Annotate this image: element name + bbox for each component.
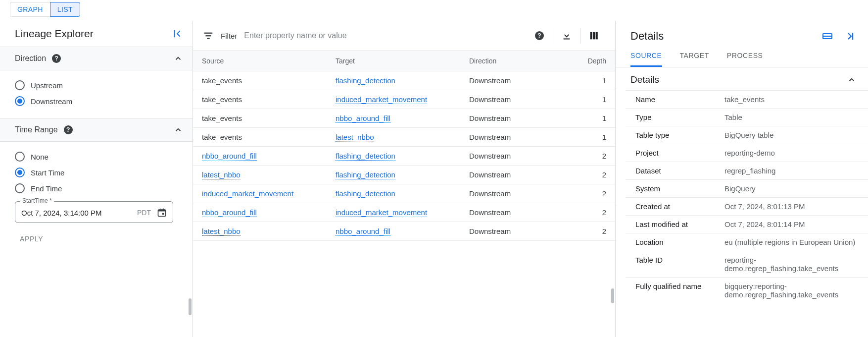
- columns-button[interactable]: [582, 28, 605, 44]
- svg-rect-4: [162, 213, 164, 215]
- direction-help-icon[interactable]: ?: [52, 54, 61, 63]
- details-row: TypeTable: [626, 109, 868, 126]
- svg-rect-7: [207, 38, 210, 39]
- table-row: take_eventsflashing_detectionDownstream1: [193, 71, 615, 90]
- start-time-field[interactable]: StartTime * Oct 7, 2024, 3:14:00 PM PDT: [15, 201, 173, 223]
- col-target[interactable]: Target: [327, 51, 460, 71]
- radio-none-label: None: [31, 153, 48, 161]
- details-kv-table: Nametake_eventsTypeTableTable typeBigQue…: [626, 90, 868, 303]
- svg-rect-8: [564, 39, 570, 40]
- target-cell[interactable]: induced_market_movement: [336, 208, 427, 217]
- start-time-value: Oct 7, 2024, 3:14:00 PM: [21, 209, 132, 217]
- filter-icon: [203, 30, 214, 41]
- svg-rect-11: [596, 32, 598, 40]
- target-cell[interactable]: induced_market_movement: [336, 95, 427, 104]
- table-row: latest_nbboflashing_detectionDownstream2: [193, 166, 615, 184]
- time-range-help-icon[interactable]: ?: [64, 125, 73, 134]
- direction-label: Direction: [15, 54, 46, 63]
- filter-input[interactable]: [244, 31, 521, 40]
- source-cell[interactable]: latest_nbbo: [202, 227, 241, 236]
- details-row: Datasetregrep_flashing: [626, 162, 868, 180]
- svg-rect-3: [163, 209, 164, 211]
- table-row: nbbo_around_fillinduced_market_movementD…: [193, 203, 615, 222]
- source-cell[interactable]: induced_market_movement: [202, 189, 293, 198]
- target-cell[interactable]: flashing_detection: [336, 170, 395, 179]
- svg-rect-9: [590, 32, 592, 40]
- details-value: Oct 7, 2024, 8:01:13 PM: [715, 198, 868, 216]
- details-value: take_events: [715, 91, 868, 109]
- direction-cell: Downstream: [460, 147, 561, 166]
- col-direction[interactable]: Direction: [460, 51, 561, 71]
- details-row: Locationeu (multiple regions in European…: [626, 233, 868, 251]
- depth-cell: 1: [561, 90, 615, 109]
- col-depth[interactable]: Depth: [561, 51, 615, 71]
- details-key: Location: [626, 233, 715, 251]
- details-value: reporting-demo: [715, 144, 868, 162]
- table-row: take_eventslatest_nbboDownstream1: [193, 128, 615, 147]
- radio-none[interactable]: None: [15, 149, 183, 165]
- source-cell: take_events: [202, 95, 242, 104]
- table-row: latest_nbbonbbo_around_fillDownstream2: [193, 222, 615, 241]
- svg-rect-5: [204, 33, 213, 34]
- details-key: Name: [626, 91, 715, 109]
- details-tab-source[interactable]: SOURCE: [630, 52, 662, 67]
- filter-help-button[interactable]: ?: [528, 28, 551, 44]
- download-icon: [561, 30, 572, 41]
- view-tab-graph[interactable]: GRAPH: [10, 2, 50, 17]
- apply-button[interactable]: APPLY: [20, 235, 43, 243]
- details-tab-process[interactable]: PROCESS: [727, 52, 763, 67]
- lineage-table-panel: Filter ?: [193, 21, 616, 337]
- target-cell[interactable]: nbbo_around_fill: [336, 227, 390, 236]
- radio-downstream[interactable]: Downstream: [15, 93, 183, 109]
- radio-start-label: Start Time: [31, 168, 64, 177]
- svg-rect-2: [160, 209, 161, 211]
- details-key: Last modified at: [626, 216, 715, 233]
- depth-cell: 2: [561, 203, 615, 222]
- details-sub-header[interactable]: Details: [616, 67, 868, 90]
- details-value: reporting-demo.regrep_flashing.take_even…: [715, 251, 868, 278]
- sidebar-scrollbar[interactable]: [189, 298, 192, 315]
- details-value: eu (multiple regions in European Union): [715, 233, 868, 251]
- target-cell[interactable]: flashing_detection: [336, 152, 395, 161]
- details-sub-header-label: Details: [630, 74, 659, 85]
- details-key: Dataset: [626, 162, 715, 180]
- direction-cell: Downstream: [460, 90, 561, 109]
- collapse-sidebar-icon[interactable]: [172, 28, 183, 39]
- time-range-section-header[interactable]: Time Range ?: [0, 118, 193, 142]
- view-tab-list[interactable]: LIST: [50, 2, 80, 17]
- table-row: induced_market_movementflashing_detectio…: [193, 184, 615, 203]
- direction-section-header[interactable]: Direction ?: [0, 47, 193, 70]
- details-key: Table type: [626, 126, 715, 144]
- radio-upstream[interactable]: Upstream: [15, 77, 183, 93]
- target-cell[interactable]: latest_nbbo: [336, 133, 374, 142]
- source-cell[interactable]: nbbo_around_fill: [202, 152, 257, 161]
- target-cell[interactable]: flashing_detection: [336, 189, 395, 198]
- source-cell: take_events: [202, 114, 242, 122]
- details-key: Table ID: [626, 251, 715, 278]
- center-scrollbar[interactable]: [611, 288, 614, 303]
- source-cell: take_events: [202, 76, 242, 85]
- start-time-float-label: StartTime *: [20, 197, 54, 204]
- radio-end-time[interactable]: End Time: [15, 180, 183, 196]
- details-tab-target[interactable]: TARGET: [680, 52, 709, 67]
- expand-panel-icon[interactable]: [821, 30, 833, 42]
- close-details-icon[interactable]: [844, 30, 856, 42]
- table-row: take_eventsinduced_market_movementDownst…: [193, 90, 615, 109]
- details-row: Created atOct 7, 2024, 8:01:13 PM: [626, 198, 868, 216]
- details-row: Fully qualified namebigquery:reporting-d…: [626, 278, 868, 304]
- source-cell[interactable]: latest_nbbo: [202, 170, 241, 179]
- target-cell[interactable]: flashing_detection: [336, 76, 395, 85]
- download-button[interactable]: [555, 28, 578, 44]
- separator: [553, 28, 553, 44]
- calendar-icon[interactable]: [157, 208, 167, 218]
- details-value: regrep_flashing: [715, 162, 868, 180]
- separator: [580, 28, 580, 44]
- radio-start-time[interactable]: Start Time: [15, 165, 183, 180]
- columns-icon: [588, 30, 599, 41]
- col-source[interactable]: Source: [193, 51, 327, 71]
- depth-cell: 1: [561, 109, 615, 128]
- target-cell[interactable]: nbbo_around_fill: [336, 114, 390, 123]
- source-cell[interactable]: nbbo_around_fill: [202, 208, 257, 217]
- direction-cell: Downstream: [460, 203, 561, 222]
- lineage-table: Source Target Direction Depth take_event…: [193, 51, 615, 241]
